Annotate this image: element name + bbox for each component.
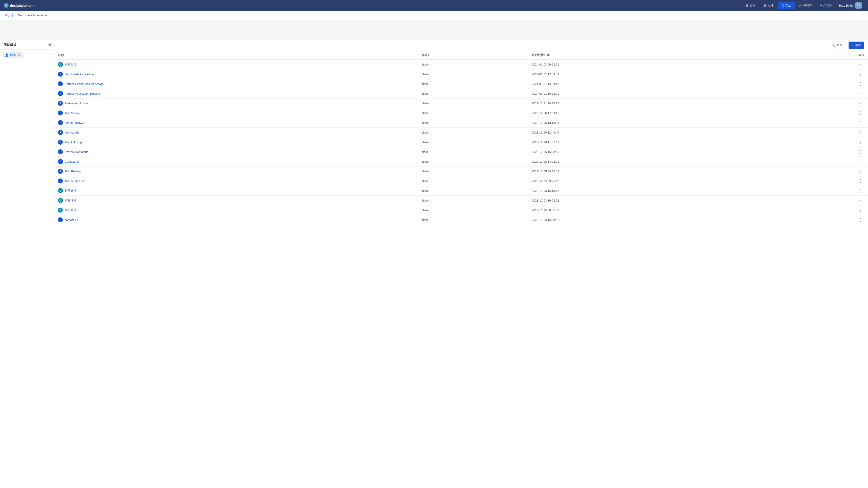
item-name-link-9[interactable]: Review Contactus (65, 150, 88, 154)
item-name-link-15[interactable]: 商机管理 (65, 208, 76, 212)
more-actions-button-16[interactable]: ⋮ (857, 217, 864, 223)
item-type-icon-5: F (58, 110, 63, 116)
sidebar-add-member-button[interactable]: + (49, 53, 51, 57)
actions-cell-11: ⋮ (765, 166, 868, 176)
item-name-link-5[interactable]: Trial Survey (65, 111, 80, 115)
tab-jiaohu[interactable]: A 交互 (778, 2, 795, 9)
xietong-icon: ⊞ (745, 4, 748, 7)
tab-xietong-label: 协同 (749, 3, 755, 7)
sidebar-collapse-icon[interactable]: ◀ (48, 42, 51, 47)
name-cell-7: F New Leads (54, 128, 418, 137)
more-actions-button-8[interactable]: ⋮ (857, 139, 864, 145)
name-cell-3: F Partner Application Review (54, 89, 418, 98)
more-actions-button-6[interactable]: ⋮ (857, 120, 864, 126)
table-body: Q 团队管理 blade 2024-01-03 09:24:59 ⋮ F New… (54, 60, 868, 225)
item-name-link-7[interactable]: New Leads (65, 131, 79, 134)
item-name-link-13[interactable]: 售前支持 (65, 189, 76, 193)
item-name-link-1[interactable]: New Leads for Partner (65, 72, 94, 76)
date-text-8: 2023-12-06 11:07:43 (532, 140, 559, 144)
item-name-link-8[interactable]: Trial followup (65, 140, 82, 144)
table-row: F Trial Survey blade 2023-12-06 17:09:42… (54, 108, 868, 118)
name-cell-15: Q 商机管理 (54, 205, 418, 215)
more-actions-button-15[interactable]: ⋮ (857, 207, 864, 213)
tab-aitrain[interactable]: ◎ AI训练 (796, 2, 815, 9)
item-type-icon-16: F (58, 217, 63, 222)
item-type-icon-6: F (58, 120, 63, 125)
avatar: SB (855, 2, 862, 8)
creator-cell-3: blade (418, 89, 528, 98)
item-type-icon-14: Q (58, 198, 63, 203)
item-name-link-16[interactable]: contact us (65, 218, 78, 222)
more-actions-button-14[interactable]: ⋮ (857, 197, 864, 203)
name-cell-14: Q 销售活动 (54, 196, 418, 205)
item-type-icon-9: F (58, 149, 63, 154)
name-cell-1: F New Leads for Partner (54, 69, 418, 79)
breadcrumb-link[interactable]: UX设计 (4, 13, 13, 18)
app-logo[interactable]: e designCenter ▾ (4, 3, 34, 8)
item-type-icon-10: F (58, 159, 63, 164)
navbar-tabs: ⊞ 协同 ⊟ 组件 A 交互 ◎ AI训练 ≡ 知识库 (742, 2, 836, 9)
date-text-6: 2023-12-06 13:13:36 (532, 121, 559, 125)
date-text-10: 2023-12-05 14:03:08 (532, 160, 559, 163)
creator-text-12: blade (421, 180, 429, 183)
more-actions-button-2[interactable]: ⋮ (857, 80, 864, 87)
tab-zhishiku[interactable]: ≡ 知识库 (816, 2, 836, 9)
search-button-label: 查询 (837, 43, 842, 47)
table-row: F Contact us blade 2023-12-05 14:03:08 ⋮ (54, 157, 868, 166)
logo-icon: e (4, 3, 8, 8)
search-button[interactable]: 🔍 查询 (828, 41, 846, 49)
main-layout: 项目成员 ◀ 👤 成员 0 + 🔍 查询 + 添加 (0, 40, 868, 488)
item-name-link-2[interactable]: Partner Portal Account Assign (65, 82, 103, 86)
col-creator: 创建人 (418, 51, 528, 60)
table-row: F Trial Review blade 2023-12-05 09:50:43… (54, 166, 868, 176)
more-actions-button-5[interactable]: ⋮ (857, 110, 864, 116)
name-cell-10: F Contact us (54, 157, 418, 166)
date-cell-15: 2023-11-25 08:05:38 (528, 205, 766, 215)
more-actions-button-0[interactable]: ⋮ (857, 61, 864, 68)
more-actions-button-1[interactable]: ⋮ (857, 71, 864, 77)
date-cell-8: 2023-12-06 11:07:43 (528, 137, 766, 147)
date-cell-2: 2024-01-01 14:39:11 (528, 79, 766, 89)
sidebar-tab-members[interactable]: 👤 成员 0 (3, 52, 24, 58)
creator-text-16: blade (421, 218, 429, 222)
more-actions-button-10[interactable]: ⋮ (857, 158, 864, 165)
item-name-link-4[interactable]: Partner Application (65, 102, 89, 105)
tab-xietong[interactable]: ⊞ 协同 (742, 2, 759, 9)
date-cell-14: 2023-12-03 16:04:22 (528, 196, 766, 205)
logo-dropdown-icon[interactable]: ▾ (33, 4, 34, 7)
item-name-link-0[interactable]: 团队管理 (65, 62, 76, 66)
actions-cell-14: ⋮ (765, 196, 868, 205)
item-name-link-14[interactable]: 销售活动 (65, 198, 76, 202)
creator-cell-16: blade (418, 215, 528, 225)
more-actions-button-7[interactable]: ⋮ (857, 129, 864, 135)
date-text-3: 2024-01-01 10:25:21 (532, 92, 559, 95)
user-menu[interactable]: Shao Blade SB (836, 2, 864, 8)
jiaohu-icon: A (782, 4, 784, 7)
actions-cell-6: ⋮ (765, 118, 868, 128)
actions-cell-2: ⋮ (765, 79, 868, 89)
more-actions-button-13[interactable]: ⋮ (857, 188, 864, 194)
name-cell-16: F contact us (54, 215, 418, 225)
table-row: F Leads Followup blade 2023-12-06 13:13:… (54, 118, 868, 128)
more-actions-button-3[interactable]: ⋮ (857, 90, 864, 97)
tab-zhishiku-label: 知识库 (823, 3, 832, 7)
item-name-link-12[interactable]: Trial Application (65, 180, 85, 183)
add-button[interactable]: + 添加 (848, 41, 864, 49)
more-actions-button-4[interactable]: ⋮ (857, 100, 864, 106)
date-text-15: 2023-11-25 08:05:38 (532, 208, 559, 212)
more-actions-button-12[interactable]: ⋮ (857, 178, 864, 184)
date-text-7: 2023-12-06 12:43:40 (532, 131, 559, 134)
item-name-link-3[interactable]: Partner Application Review (65, 92, 100, 95)
date-text-13: 2023-12-03 16:15:58 (532, 189, 559, 193)
item-name-link-11[interactable]: Trial Review (65, 170, 81, 173)
item-name-link-10[interactable]: Contact us (65, 160, 79, 163)
more-actions-button-9[interactable]: ⋮ (857, 149, 864, 155)
date-cell-9: 2023-12-05 16:23:05 (528, 147, 766, 157)
more-actions-button-11[interactable]: ⋮ (857, 168, 864, 174)
item-type-icon-13: Q (58, 188, 63, 193)
item-type-icon-7: F (58, 130, 63, 135)
tab-zujian[interactable]: ⊟ 组件 (760, 2, 777, 9)
item-name-link-6[interactable]: Leads Followup (65, 121, 85, 125)
date-cell-1: 2024-01-01 17:09:39 (528, 69, 766, 79)
name-cell-8: F Trial followup (54, 137, 418, 147)
